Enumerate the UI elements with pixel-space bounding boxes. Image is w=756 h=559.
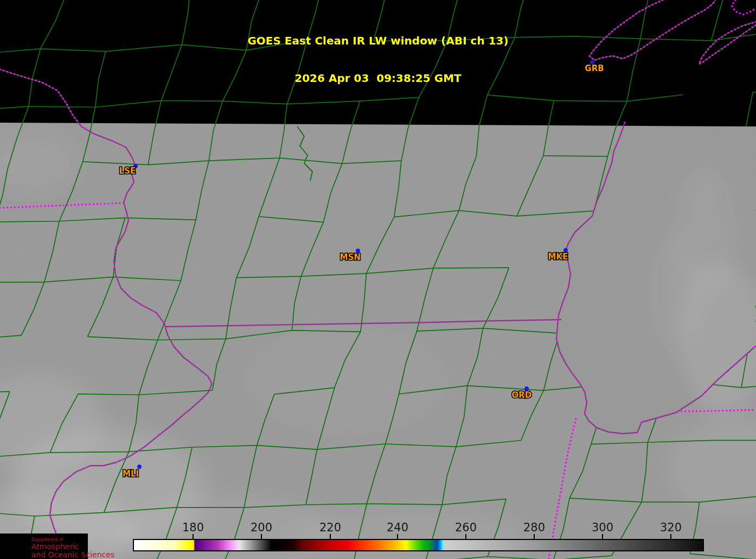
colorbar-tick-220 bbox=[330, 534, 331, 539]
colorbar-label-200: 200 bbox=[251, 521, 272, 534]
colorbar-label-240: 240 bbox=[387, 521, 408, 534]
colorbar-tick-280 bbox=[534, 534, 535, 539]
colorbar-tick-320 bbox=[670, 534, 671, 539]
colorbar-tick-300 bbox=[602, 534, 603, 539]
colorbar-tick-200 bbox=[261, 534, 262, 539]
colorbar-label-260: 260 bbox=[455, 521, 477, 534]
colorbar-label-180: 180 bbox=[182, 521, 204, 534]
uw-aos-logo: W Department of Atmospheric and Oceanic … bbox=[0, 533, 88, 559]
colorbar-label-300: 300 bbox=[592, 521, 613, 534]
map-canvas bbox=[0, 0, 756, 559]
logo-dept-of: Department of bbox=[31, 538, 63, 542]
cold-cloud-region bbox=[0, 0, 756, 126]
goes-satellite-image: GOES East Clean IR LW window (ABI ch 13)… bbox=[0, 0, 756, 559]
colorbar-tick-240 bbox=[397, 534, 398, 539]
colorbar-label-220: 220 bbox=[319, 521, 341, 534]
colorbar-tick-260 bbox=[465, 534, 466, 539]
colorbar-label-280: 280 bbox=[523, 521, 545, 534]
logo-atmospheric: Atmospheric bbox=[31, 543, 79, 550]
colorbar-label-320: 320 bbox=[660, 521, 682, 534]
logo-oceanic-sciences: and Oceanic Sciences bbox=[31, 551, 114, 558]
temperature-colorbar bbox=[133, 539, 704, 551]
colorbar-tick-180 bbox=[193, 534, 194, 539]
